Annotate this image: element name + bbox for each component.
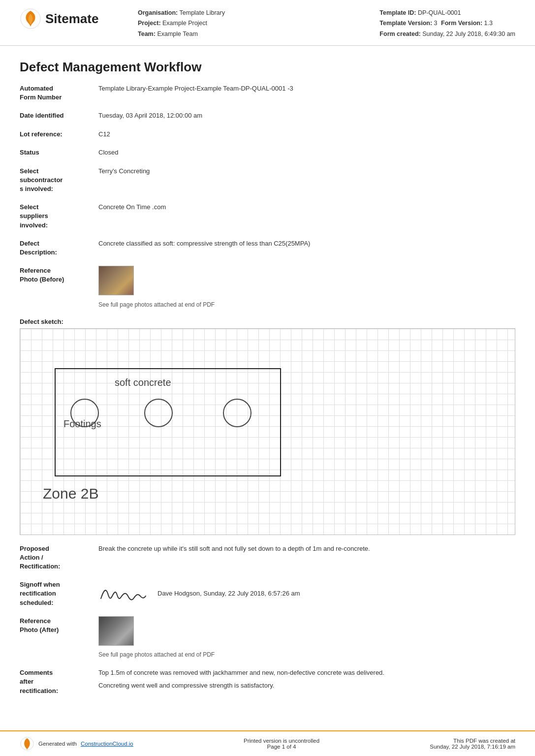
proposed-action-label: Proposed Action / Rectification:	[20, 544, 98, 571]
footer-left: Generated with ConstructionCloud.io	[20, 736, 133, 751]
form-version-value: 1.3	[484, 20, 493, 27]
footer-center-line1: Printed version is uncontrolled	[244, 738, 319, 744]
logo-area: Sitemate	[20, 8, 118, 30]
ref-photo-before-value: See full page photos attached at end of …	[98, 266, 515, 309]
field-value-5: Concrete On Time .com	[98, 202, 515, 212]
form-created-line: Form created: Sunday, 22 July 2018, 6:49…	[379, 29, 515, 39]
field-label-2: Lot reference:	[20, 129, 98, 139]
field-value-6: Concrete classified as soft: compressive…	[98, 239, 515, 249]
org-line: Organisation: Template Library	[138, 8, 379, 18]
project-value: Example Project	[162, 20, 207, 27]
comments-label: Comments after rectification:	[20, 668, 98, 695]
sketch-container: soft concrete Footings Zone 2B	[20, 328, 515, 535]
comments-value: Top 1.5m of concrete was removed with ja…	[98, 668, 515, 690]
sketch-circle-2	[144, 399, 173, 427]
photo-before-caption: See full page photos attached at end of …	[98, 300, 515, 309]
form-row-3: Status Closed	[20, 148, 515, 159]
form-row-0: Automated Form Number Template Library-E…	[20, 84, 515, 104]
field-value-1: Tuesday, 03 April 2018, 12:00:00 am	[98, 111, 515, 121]
template-id-label: Template ID:	[379, 9, 416, 16]
form-row-6: Defect Description: Concrete classified …	[20, 239, 515, 259]
form-title: Defect Management Workflow	[20, 60, 515, 75]
template-version-line: Template Version: 3 Form Version: 1.3	[379, 18, 515, 29]
signoff-person: Dave Hodgson, Sunday, 22 July 2018, 6:57…	[157, 589, 300, 598]
signoff-value: Dave Hodgson, Sunday, 22 July 2018, 6:57…	[98, 581, 515, 606]
footer: Generated with ConstructionCloud.io Prin…	[0, 730, 535, 756]
form-row-4: Select subcontractor s involved: Terry's…	[20, 166, 515, 196]
field-label-6: Defect Description:	[20, 239, 98, 257]
form-row-2: Lot reference: C12	[20, 129, 515, 141]
comments-line2: Concreting went well and compressive str…	[98, 681, 515, 691]
template-version-label: Template Version:	[379, 20, 432, 27]
template-id-value: DP-QUAL-0001	[418, 9, 461, 16]
field-value-4: Terry's Concreting	[98, 166, 515, 176]
sketch-inner-rect: soft concrete Footings	[55, 368, 281, 476]
field-label-3: Status	[20, 148, 98, 157]
content: Defect Management Workflow Automated For…	[0, 46, 535, 730]
footer-center-line2: Page 1 of 4	[244, 744, 319, 750]
ref-photo-before-label: Reference Photo (Before)	[20, 266, 98, 284]
defect-sketch-section: Defect sketch: soft concrete Footings	[20, 318, 515, 535]
footer-generated: Generated with	[38, 741, 77, 747]
photo-before-thumb	[98, 266, 134, 295]
signoff-label: Signoff when rectification scheduled:	[20, 580, 98, 607]
header-meta-center: Organisation: Template Library Project: …	[118, 8, 379, 39]
sketch-content: soft concrete Footings Zone 2B	[20, 329, 515, 535]
signature-svg	[98, 581, 148, 606]
page: Sitemate Organisation: Template Library …	[0, 0, 535, 756]
form-row-comments: Comments after rectification: Top 1.5m o…	[20, 668, 515, 697]
sketch-soft-concrete: soft concrete	[115, 377, 171, 388]
project-line: Project: Example Project	[138, 18, 379, 29]
field-label-0: Automated Form Number	[20, 84, 98, 102]
ref-photo-after-label: Reference Photo (After)	[20, 616, 98, 634]
field-value-3: Closed	[98, 148, 515, 158]
logo-text: Sitemate	[45, 11, 98, 27]
form-row-1: Date identified Tuesday, 03 April 2018, …	[20, 111, 515, 123]
photo-after-caption: See full page photos attached at end of …	[98, 650, 515, 659]
team-value: Example Team	[157, 31, 197, 37]
footer-right-line2: Sunday, 22 July 2018, 7:16:19 am	[430, 744, 515, 750]
form-row-photo-before: Reference Photo (Before) See full page p…	[20, 266, 515, 311]
team-line: Team: Example Team	[138, 29, 379, 39]
header-meta-right: Template ID: DP-QUAL-0001 Template Versi…	[379, 8, 515, 39]
field-value-0: Template Library-Example Project-Example…	[98, 84, 515, 94]
comments-line1: Top 1.5m of concrete was removed with ja…	[98, 668, 515, 678]
sketch-circle-3	[223, 399, 252, 427]
footer-link[interactable]: ConstructionCloud.io	[81, 741, 133, 747]
form-row-photo-after: Reference Photo (After) See full page ph…	[20, 616, 515, 662]
header: Sitemate Organisation: Template Library …	[0, 0, 535, 46]
org-value: Template Library	[180, 9, 225, 16]
field-label-5: Select suppliers involved:	[20, 202, 98, 230]
sitemate-logo-icon	[20, 8, 41, 30]
form-created-label: Form created:	[379, 31, 420, 37]
footer-right: This PDF was created at Sunday, 22 July …	[430, 738, 515, 750]
proposed-action-value: Break the concrete up while it's still s…	[98, 544, 515, 554]
sketch-circle-1	[70, 399, 99, 427]
template-version-value: 3	[434, 20, 438, 27]
form-row-signoff: Signoff when rectification scheduled: Da…	[20, 580, 515, 609]
footer-right-line1: This PDF was created at	[430, 738, 515, 744]
sketch-zone: Zone 2B	[43, 485, 98, 502]
form-version-label: Form Version:	[441, 20, 482, 27]
sketch-label: Defect sketch:	[20, 318, 515, 325]
team-label: Team:	[138, 31, 156, 37]
org-label: Organisation:	[138, 9, 178, 16]
ref-photo-after-value: See full page photos attached at end of …	[98, 616, 515, 660]
field-label-1: Date identified	[20, 111, 98, 120]
form-row-5: Select suppliers involved: Concrete On T…	[20, 202, 515, 232]
template-id-line: Template ID: DP-QUAL-0001	[379, 8, 515, 18]
field-value-2: C12	[98, 129, 515, 139]
form-created-value: Sunday, 22 July 2018, 6:49:30 am	[422, 31, 515, 37]
field-label-4: Select subcontractor s involved:	[20, 166, 98, 194]
footer-logo-icon	[20, 736, 34, 751]
photo-after-thumb	[98, 616, 134, 646]
form-row-proposed-action: Proposed Action / Rectification: Break t…	[20, 544, 515, 573]
footer-center: Printed version is uncontrolled Page 1 o…	[244, 738, 319, 750]
project-label: Project:	[138, 20, 161, 27]
